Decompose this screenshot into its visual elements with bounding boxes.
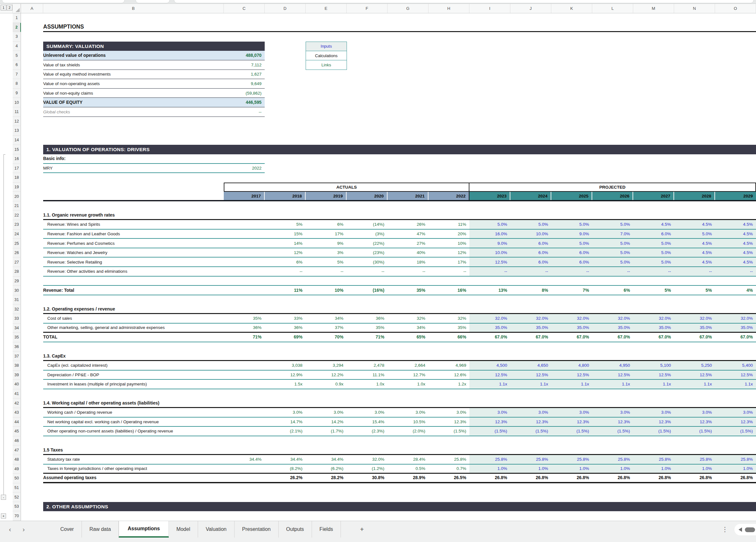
cell-L35[interactable]: 67.0% (592, 333, 633, 342)
cell-K49[interactable]: 1.0% (551, 465, 592, 473)
cell-L28[interactable]: -- (592, 267, 633, 276)
row-header-6[interactable]: 6 (13, 60, 21, 70)
cell-A28[interactable] (21, 267, 43, 277)
cells-empty[interactable] (265, 89, 756, 98)
cell-A31[interactable] (21, 295, 43, 305)
cell-G44[interactable]: 10.5% (388, 418, 428, 426)
cell-M43[interactable]: 3.0% (633, 408, 674, 417)
cell-J34[interactable]: 35.0% (510, 324, 551, 332)
row-label[interactable]: Unlevered value of operations (43, 51, 224, 60)
cell-M23[interactable]: 4.5% (633, 220, 674, 229)
row-label[interactable]: Global checks (43, 107, 224, 116)
outline-level-2-button[interactable]: 2 (7, 5, 12, 10)
cell-A16[interactable] (21, 154, 43, 164)
cell-K24[interactable]: 9.0% (551, 229, 592, 238)
cell-L44[interactable]: 12.3% (592, 418, 633, 426)
cell-D27[interactable]: 6% (265, 257, 306, 266)
row-header-7[interactable]: 7 (13, 70, 21, 79)
cell-O39[interactable]: 12.5% (715, 371, 756, 380)
cell-F39[interactable]: 11.1% (347, 371, 388, 380)
cells-empty[interactable] (43, 173, 756, 182)
cell-A48[interactable] (21, 455, 43, 465)
cell-E26[interactable]: 3% (306, 248, 347, 257)
row-header-16[interactable]: 16 (13, 154, 21, 164)
cell-F33[interactable]: 36% (347, 314, 388, 323)
cell-E38[interactable]: 3,294 (306, 361, 347, 370)
row-header-29[interactable]: 29 (13, 277, 21, 286)
cell-G30[interactable]: 35% (388, 286, 428, 295)
cell-G35[interactable]: 65% (388, 333, 428, 342)
cell-J44[interactable]: 12.3% (510, 418, 551, 426)
sheet-tab-valuation[interactable]: Valuation (198, 521, 235, 538)
cell-M27[interactable]: 5.0% (633, 257, 674, 266)
cell-A42[interactable] (21, 399, 43, 408)
cell-D38[interactable]: 3,038 (265, 361, 306, 370)
sheet-tab-outputs[interactable]: Outputs (279, 521, 312, 538)
cell-C27[interactable] (224, 257, 265, 266)
cell-M25[interactable]: 5.0% (633, 239, 674, 248)
row-header-32[interactable]: 32 (13, 305, 21, 314)
cell-J49[interactable]: 1.0% (510, 465, 551, 473)
cell-O24[interactable]: 4.5% (715, 229, 756, 238)
cell-N28[interactable]: -- (674, 267, 715, 276)
sheet-tab-presentation[interactable]: Presentation (235, 521, 279, 538)
cell-H27[interactable]: 17% (428, 257, 469, 266)
cell-K30[interactable]: 7% (551, 286, 592, 295)
subsection-title[interactable]: 1.5 Taxes (43, 447, 224, 453)
cell-J28[interactable]: -- (510, 267, 551, 276)
actuals-header[interactable]: ACTUALS (224, 182, 469, 192)
cell-C48[interactable]: 34.4% (224, 455, 265, 464)
cell-A30[interactable] (21, 286, 43, 295)
row-header-5[interactable]: 5 (13, 51, 21, 60)
cell-J25[interactable]: 6.0% (510, 239, 551, 248)
cell-A47[interactable] (21, 446, 43, 455)
row-header-37[interactable]: 37 (13, 352, 21, 361)
cells-empty[interactable] (265, 98, 756, 107)
year-cell-2022[interactable]: 2022 (428, 192, 469, 200)
cell-L38[interactable]: 4,950 (592, 361, 633, 370)
cell-M44[interactable]: 12.3% (633, 418, 674, 426)
cells-empty[interactable] (43, 135, 756, 145)
cell-I30[interactable]: 13% (469, 286, 510, 295)
cell-J26[interactable]: 6.0% (510, 248, 551, 257)
year-cell-2023[interactable]: 2023 (469, 192, 510, 200)
column-header-J[interactable]: J (510, 4, 551, 13)
cell-M34[interactable]: 35.0% (633, 324, 674, 332)
cell-M48[interactable]: 25.8% (633, 455, 674, 464)
cell-A41[interactable] (21, 389, 43, 399)
cell-K45[interactable]: (1.5%) (551, 427, 592, 436)
outline-collapse-button[interactable]: - (1, 495, 6, 500)
add-sheet-button[interactable]: + (352, 521, 372, 538)
cell-C6[interactable]: 7,112 (224, 60, 265, 69)
cell-A34[interactable] (21, 324, 43, 333)
cell-F38[interactable]: 2,478 (347, 361, 388, 370)
cell-N38[interactable]: 5,250 (674, 361, 715, 370)
column-header-I[interactable]: I (469, 4, 510, 13)
cell-L25[interactable]: 5.0% (592, 239, 633, 248)
cell-H43[interactable]: 3.0% (428, 408, 469, 417)
cell-C24[interactable] (224, 229, 265, 238)
cell-I39[interactable]: 12.5% (469, 371, 510, 380)
cell-N39[interactable]: 12.5% (674, 371, 715, 380)
select-all-corner[interactable] (13, 4, 21, 13)
fx-dropdown[interactable]: ▾ (136, 0, 170, 3)
cells-empty[interactable] (43, 201, 756, 211)
row-label[interactable]: Value of tax shields (43, 60, 224, 69)
cells-empty[interactable] (265, 107, 756, 117)
cell-J50[interactable]: 26.8% (510, 474, 551, 482)
cell-J30[interactable]: 8% (510, 286, 551, 295)
cell-A51[interactable] (21, 483, 43, 493)
cell-C35[interactable]: 71% (224, 333, 265, 342)
row-header-11[interactable]: 11 (13, 107, 21, 117)
cell-C39[interactable] (224, 371, 265, 380)
cell-E43[interactable]: 3.0% (306, 408, 347, 417)
cells-empty[interactable] (43, 126, 756, 135)
row-label[interactable]: Depreciation / PP&E - BOP (43, 371, 224, 380)
cell-J24[interactable]: 10.0% (510, 229, 551, 238)
cell-O25[interactable]: 4.5% (715, 239, 756, 248)
cell-H39[interactable]: 12.6% (428, 371, 469, 380)
cell-L27[interactable]: 5.0% (592, 257, 633, 266)
row-label[interactable]: VALUE OF EQUITY (43, 98, 224, 107)
row-header-8[interactable]: 8 (13, 79, 21, 89)
cell-M40[interactable]: 1.1x (633, 380, 674, 389)
